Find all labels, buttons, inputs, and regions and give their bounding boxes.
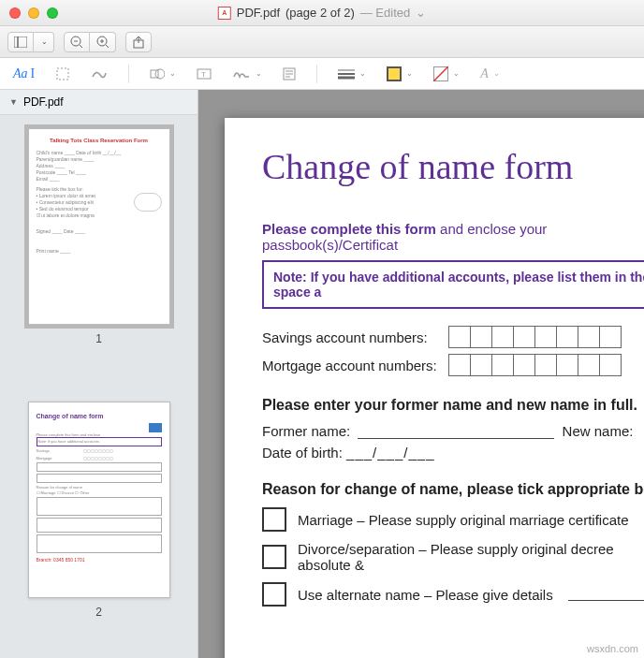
alternate-checkbox[interactable] xyxy=(262,582,286,607)
section-names: Please enter your former name and new na… xyxy=(262,397,644,414)
svg-text:T: T xyxy=(201,70,206,79)
close-window-button[interactable] xyxy=(9,7,21,19)
divorce-checkbox[interactable] xyxy=(262,545,286,569)
svg-rect-1 xyxy=(18,37,27,48)
option-divorce-row: Divorce/separation – Please supply origi… xyxy=(262,541,644,573)
titlebar: A PDF.pdf (page 2 of 2) — Edited ⌄ xyxy=(0,0,644,26)
marriage-checkbox[interactable] xyxy=(262,507,286,532)
mortgage-account-row: Mortgage account numbers: xyxy=(262,354,644,376)
former-name-label: Former name: xyxy=(262,423,350,439)
border-color-button[interactable]: ⌄ xyxy=(387,66,413,81)
former-name-blank[interactable] xyxy=(358,426,554,439)
page-1-label: 1 xyxy=(9,332,188,345)
form-instruction: Please complete this form and enclose yo… xyxy=(262,221,644,253)
name-fields-row: Former name: New name: xyxy=(262,423,644,439)
pdf-file-icon: A xyxy=(218,7,231,20)
document-viewport[interactable]: Change of name form Please complete this… xyxy=(198,90,644,658)
svg-line-8 xyxy=(106,45,109,48)
alternate-details-blank[interactable] xyxy=(568,588,644,601)
mortgage-label: Mortgage account numbers: xyxy=(262,358,449,373)
sidebar-filename: PDF.pdf xyxy=(23,95,64,109)
savings-label: Savings account numbers: xyxy=(262,329,449,345)
text-style-button[interactable]: AaI xyxy=(13,66,35,81)
text-box-button[interactable]: T xyxy=(197,67,212,80)
sign-button[interactable]: ⌄ xyxy=(232,67,262,80)
divorce-label: Divorce/separation – Please supply origi… xyxy=(298,541,644,573)
minimize-window-button[interactable] xyxy=(28,7,39,19)
svg-point-13 xyxy=(155,69,165,79)
thumb1-heading: Talking Tots Class Reservation Form xyxy=(37,137,162,144)
selection-tool-button[interactable] xyxy=(55,66,70,81)
page-thumbnail-1[interactable]: Talking Tots Class Reservation Form Chil… xyxy=(28,128,170,325)
note-button[interactable] xyxy=(283,67,296,80)
page-2-label: 2 xyxy=(9,606,188,619)
new-name-label: New name: xyxy=(563,423,634,439)
sidebar-header[interactable]: ▼ PDF.pdf xyxy=(0,90,198,115)
page-thumbnail-2[interactable]: Change of name form Please complete this… xyxy=(28,402,170,598)
shapes-button[interactable]: ⌄ xyxy=(150,67,176,80)
marriage-label: Marriage – Please supply original marria… xyxy=(298,512,629,528)
svg-line-23 xyxy=(433,66,448,81)
savings-cells[interactable] xyxy=(449,326,622,348)
view-mode-dropdown[interactable]: ⌄ xyxy=(34,32,54,52)
dob-blanks[interactable]: ___/___/___ xyxy=(346,445,434,461)
note-box: Note: If you have additional accounts, p… xyxy=(262,260,644,309)
fullscreen-window-button[interactable] xyxy=(47,7,58,19)
zoom-out-button[interactable] xyxy=(64,32,90,52)
disclosure-triangle-icon[interactable]: ▼ xyxy=(9,97,18,107)
title-edited: — Edited xyxy=(360,6,410,20)
mortgage-cells[interactable] xyxy=(449,354,622,376)
thumb2-heading: Change of name form xyxy=(37,412,162,421)
savings-account-row: Savings account numbers: xyxy=(262,326,644,348)
section-reason: Reason for change of name, please tick a… xyxy=(262,481,644,498)
svg-rect-0 xyxy=(14,37,18,48)
share-button[interactable] xyxy=(125,32,152,52)
svg-line-4 xyxy=(80,45,82,48)
line-style-button[interactable]: ⌄ xyxy=(338,68,366,80)
document-page: Change of name form Please complete this… xyxy=(225,118,644,658)
dob-label: Date of birth: xyxy=(262,445,343,461)
fill-color-button[interactable]: ⌄ xyxy=(433,66,460,81)
main-toolbar: ⌄ xyxy=(0,26,644,58)
sketch-tool-button[interactable] xyxy=(91,67,108,80)
view-mode-button[interactable] xyxy=(7,32,34,52)
title-filename: PDF.pdf xyxy=(237,6,280,20)
option-alternate-row: Use alternate name – Please give details xyxy=(262,582,644,607)
svg-rect-11 xyxy=(57,68,68,80)
title-page-detail: (page 2 of 2) xyxy=(285,6,355,20)
markup-toolbar: AaI ⌄ T ⌄ ⌄ ⌄ ⌄ A⌄ xyxy=(0,58,644,90)
zoom-in-button[interactable] xyxy=(90,32,116,52)
option-marriage-row: Marriage – Please supply original marria… xyxy=(262,507,644,532)
dob-row: Date of birth: ___/___/___ xyxy=(262,445,644,461)
thumbnails-sidebar: ▼ PDF.pdf Talking Tots Class Reservation… xyxy=(0,90,198,658)
window-title: A PDF.pdf (page 2 of 2) — Edited ⌄ xyxy=(218,6,426,20)
font-button[interactable]: A⌄ xyxy=(480,66,500,81)
form-title: Change of name form xyxy=(262,146,644,187)
svg-rect-12 xyxy=(151,70,158,78)
watermark: wsxdn.com xyxy=(587,643,638,654)
title-dropdown-icon[interactable]: ⌄ xyxy=(416,6,426,20)
alternate-label: Use alternate name – Please give details xyxy=(298,587,553,603)
